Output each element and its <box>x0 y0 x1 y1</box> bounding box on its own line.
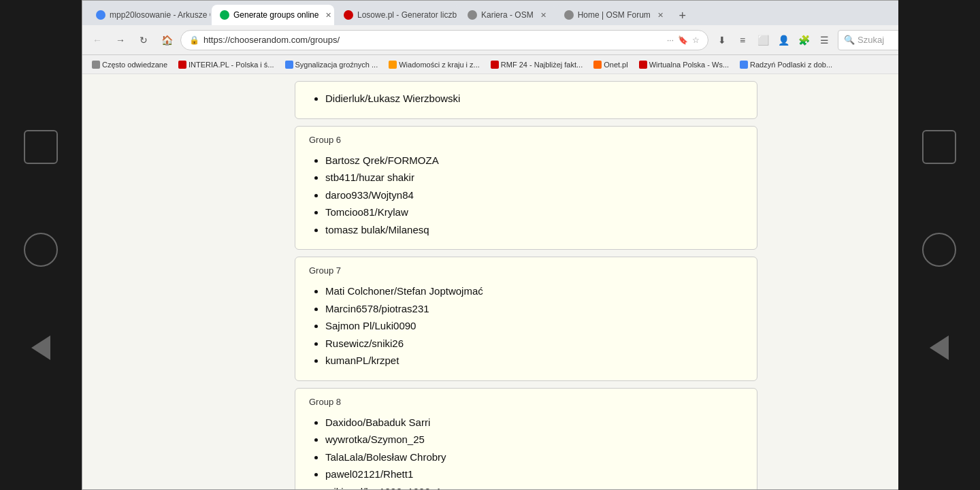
list-item: Bartosz Qrek/FORMOZA <box>325 152 743 169</box>
bookmark-wirtualna[interactable]: Wirtualna Polska - Ws... <box>635 59 733 70</box>
bookmark-label-frequent: Często odwiedzane <box>102 61 167 69</box>
toolbar-actions: ⬇ ≡ ⬜ 👤 🧩 ☰ <box>713 31 834 50</box>
bookmark-radzyn[interactable]: Radzyń Podlaski z dob... <box>736 59 836 70</box>
list-item: wywrotka/Szymon_25 <box>325 431 743 448</box>
tab-losowe[interactable]: Losowe.pl - Generator liczb lo... ✕ <box>336 5 458 25</box>
tab-icon-mpp20 <box>96 10 105 20</box>
tab-generate-groups[interactable]: Generate groups online ✕ <box>212 5 334 25</box>
list-item: stb411/huzar shakir <box>325 169 743 186</box>
bookmark-label-rmf: RMF 24 - Najbliżej fakt... <box>501 61 583 69</box>
bookmark-label-radzyn: Radzyń Podlaski z dob... <box>750 61 832 69</box>
tab-kariera[interactable]: Kariera - OSM ✕ <box>459 5 555 25</box>
tab-mpp20losowanie[interactable]: mpp20losowanie - Arkusze G... ✕ <box>88 5 210 25</box>
extensions-button[interactable]: 🧩 <box>794 31 813 50</box>
tab-close-generate[interactable]: ✕ <box>325 11 331 20</box>
bookmark-onet[interactable]: Onet.pl <box>589 59 632 70</box>
new-tab-button[interactable]: + <box>673 6 692 25</box>
list-item: TalaLala/Bolesław Chrobry <box>325 448 743 466</box>
url-display: https://chooserandom.com/groups/ <box>203 35 663 45</box>
list-item: Mati Colchoner/Stefan Joptwojmać <box>325 282 743 300</box>
address-bar[interactable]: 🔒 https://chooserandom.com/groups/ ··· 🔖… <box>180 30 708 50</box>
partial-group-card: Didierluk/Łukasz Wierzbowski <box>295 81 757 119</box>
group6-card: Group 6 Bartosz Qrek/FORMOZA stb411/huza… <box>295 126 757 250</box>
group6-title: Group 6 <box>309 135 743 145</box>
main-content: Didierluk/Łukasz Wierzbowski Group 6 Bar… <box>281 74 771 489</box>
bookmark-sygnalizacja[interactable]: Sygnalizacja groźnych ... <box>281 59 382 70</box>
list-item: Marcin6578/piotras231 <box>325 300 743 318</box>
bookmark-icon-onet <box>593 61 602 69</box>
group8-list: Daxidoo/Babaduk Sarri wywrotka/Szymon_25… <box>309 414 743 490</box>
menu-button[interactable]: ☰ <box>815 31 834 50</box>
bookmark-icon-frequent <box>92 61 100 69</box>
more-options-icon[interactable]: ··· <box>667 35 674 45</box>
reload-button[interactable]: ↻ <box>134 31 153 50</box>
tab-label-kariera: Kariera - OSM <box>481 10 534 20</box>
page-content: Didierluk/Łukasz Wierzbowski Group 6 Bar… <box>82 74 979 489</box>
list-item: tomasz bulak/Milanesq <box>325 221 743 239</box>
tab-icon-losowe <box>344 10 353 20</box>
bookmark-icon-wirtualna <box>639 61 647 69</box>
list-item: Tomcioo81/Krylaw <box>325 203 743 221</box>
bookmark-icon-interia <box>178 61 186 69</box>
bookmark-icon-wiadomosci <box>389 61 397 69</box>
bookmark-label-wiadomosci: Wiadomości z kraju i z... <box>399 61 480 69</box>
bookmark-interia[interactable]: INTERIA.PL - Polska i ś... <box>174 59 278 70</box>
sidebar-button[interactable]: ⬜ <box>753 31 772 50</box>
tab-close-osm[interactable]: ✕ <box>657 11 664 20</box>
bookmark-label-wirtualna: Wirtualna Polska - Ws... <box>649 61 729 69</box>
search-icon: 🔍 <box>844 35 855 45</box>
bookmark-rmf[interactable]: RMF 24 - Najbliżej fakt... <box>487 59 587 70</box>
tab-icon-osm <box>564 10 574 20</box>
bookmark-label-onet: Onet.pl <box>604 61 627 69</box>
account-button[interactable]: 👤 <box>774 31 793 50</box>
back-nav-button[interactable]: ← <box>88 31 107 50</box>
bookmark-icon-radzyn <box>740 61 748 69</box>
group7-card: Group 7 Mati Colchoner/Stefan Joptwojmać… <box>295 257 757 381</box>
list-item: daroo933/Wojtyn84 <box>325 186 743 204</box>
bookmark-wiadomosci[interactable]: Wiadomości z kraju i z... <box>385 59 484 70</box>
tab-bar: mpp20losowanie - Arkusze G... ✕ Generate… <box>82 1 979 25</box>
group6-list: Bartosz Qrek/FORMOZA stb411/huzar shakir… <box>309 152 743 239</box>
tab-label-losowe: Losowe.pl - Generator liczb lo... <box>357 10 458 20</box>
list-item: pawel02121/Rhett1 <box>325 466 743 483</box>
back-button[interactable] <box>31 336 50 360</box>
bookmarks-bar: Często odwiedzane INTERIA.PL - Polska i … <box>82 55 979 74</box>
reader-button[interactable]: ≡ <box>733 31 752 50</box>
tab-osm-forum[interactable]: Home | OSM Forum ✕ <box>556 5 672 25</box>
bookmark-icon[interactable]: 🔖 <box>678 35 688 45</box>
tab-label-osm: Home | OSM Forum <box>578 10 651 20</box>
phone-circle-btn[interactable] <box>922 233 956 267</box>
list-item: Daxidoo/Babaduk Sarri <box>325 414 743 431</box>
phone-back-icon[interactable] <box>930 336 949 360</box>
bookmark-icon-sygnalizacja <box>285 61 293 69</box>
tab-label-generate: Generate groups online <box>233 10 318 20</box>
home-button[interactable]: 🏠 <box>157 31 176 50</box>
list-item: Sajmon Pl/Luki0090 <box>325 317 743 335</box>
list-item: Rusewicz/sniki26 <box>325 335 743 353</box>
search-placeholder: Szukaj <box>858 35 884 45</box>
toolbar: ← → ↻ 🏠 🔒 https://chooserandom.com/group… <box>82 25 979 55</box>
bookmark-label-sygnalizacja: Sygnalizacja groźnych ... <box>295 61 378 69</box>
square-button[interactable] <box>24 130 58 164</box>
tab-label-mpp20: mpp20losowanie - Arkusze G... <box>110 10 210 20</box>
download-button[interactable]: ⬇ <box>713 31 732 50</box>
tab-icon-kariera <box>468 10 477 20</box>
list-item: miki_gol/km1992_1992_1 <box>325 483 743 490</box>
forward-nav-button[interactable]: → <box>111 31 130 50</box>
group7-list: Mati Colchoner/Stefan Joptwojmać Marcin6… <box>309 282 743 370</box>
list-item: Didierluk/Łukasz Wierzbowski <box>325 90 743 108</box>
tab-icon-generate <box>220 10 229 20</box>
scroll-area[interactable]: Didierluk/Łukasz Wierzbowski Group 6 Bar… <box>82 74 970 489</box>
group8-card: Group 8 Daxidoo/Babaduk Sarri wywrotka/S… <box>295 388 757 490</box>
bookmark-frequent[interactable]: Często odwiedzane <box>88 59 172 70</box>
tab-close-kariera[interactable]: ✕ <box>540 11 546 20</box>
list-item: kumanPL/krzpet <box>325 352 743 370</box>
bookmark-label-interia: INTERIA.PL - Polska i ś... <box>189 61 274 69</box>
star-icon[interactable]: ☆ <box>692 35 700 45</box>
bookmark-icon-rmf <box>491 61 499 69</box>
circle-button[interactable] <box>24 233 58 267</box>
group8-title: Group 8 <box>309 397 743 407</box>
group7-title: Group 7 <box>309 265 743 276</box>
security-icon: 🔒 <box>189 35 199 45</box>
phone-square-btn[interactable] <box>922 130 956 164</box>
